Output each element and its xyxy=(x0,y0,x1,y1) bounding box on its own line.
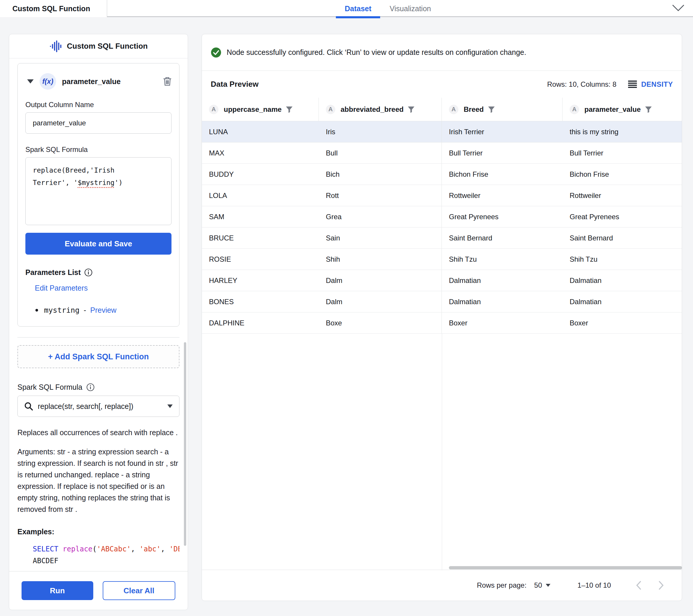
parameter-list-item: mystring - Preview xyxy=(35,306,172,314)
formula-label: Spark SQL Formula xyxy=(25,145,172,154)
table-row[interactable]: LOLARottRottweilerRottweiler xyxy=(202,185,682,206)
function-search-value: replace(str, search[, replace]) xyxy=(38,402,163,411)
table-row[interactable]: SAMGreaGreat PyreneesGreat Pyrenees xyxy=(202,206,682,227)
status-message-row: Node successfully configured. Click ‘Run… xyxy=(202,34,682,70)
table-row[interactable]: MAXBullBull TerrierBull Terrier xyxy=(202,143,682,164)
vertical-scrollbar[interactable] xyxy=(184,342,186,546)
table-cell: Shih xyxy=(319,249,442,270)
table-cell: Shih Tzu xyxy=(562,249,682,270)
column-type-badge: A xyxy=(449,105,458,114)
spark-sql-formula-help-label: Spark SQL Formula xyxy=(17,383,82,391)
results-panel: Node successfully configured. Click ‘Run… xyxy=(202,34,682,601)
trash-icon[interactable] xyxy=(163,77,172,86)
filter-icon[interactable] xyxy=(645,106,652,113)
dropdown-caret-icon xyxy=(546,584,551,587)
function-name: parameter_value xyxy=(62,77,163,86)
filter-icon[interactable] xyxy=(488,106,495,113)
add-spark-sql-function-button[interactable]: + Add Spark SQL Function xyxy=(17,345,179,368)
code-string: 'DEF' xyxy=(169,545,179,553)
column-type-badge: A xyxy=(326,105,335,114)
previous-page-icon[interactable] xyxy=(636,581,642,590)
run-button[interactable]: Run xyxy=(22,581,93,600)
table-cell: Grea xyxy=(319,206,442,227)
rows-per-page-value: 50 xyxy=(534,581,542,590)
example-result: ABCDEF xyxy=(33,555,179,567)
table-column-header[interactable]: A Breed xyxy=(442,98,562,121)
table-cell: DALPHINE xyxy=(202,312,319,333)
table-row[interactable]: DALPHINEBoxeBoxerBoxer xyxy=(202,312,682,334)
table-row[interactable]: BONESDalmDalmatianDalmatian xyxy=(202,291,682,312)
table-row[interactable]: BUDDYBichBichon FriseBichon Frise xyxy=(202,164,682,185)
table-cell: Saint Bernard xyxy=(562,227,682,248)
edit-parameters-link[interactable]: Edit Parameters xyxy=(35,284,172,292)
info-icon[interactable] xyxy=(86,383,95,391)
table-cell: LUNA xyxy=(202,121,319,142)
evaluate-save-button[interactable]: Evaluate and Save xyxy=(25,233,172,254)
waveform-icon xyxy=(49,40,63,53)
table-row[interactable]: LUNAIrisIrish Terrierthis is my string xyxy=(202,121,682,143)
table-column-header[interactable]: A abbreviated_breed xyxy=(319,98,442,121)
code-string: 'ABCabc' xyxy=(97,545,131,553)
clear-all-button[interactable]: Clear All xyxy=(103,581,176,600)
data-preview-title: Data Preview xyxy=(211,80,547,89)
table-cell: SAM xyxy=(202,206,319,227)
next-page-icon[interactable] xyxy=(658,581,664,590)
dropdown-caret-icon xyxy=(167,405,173,408)
table-column-header[interactable]: A parameter_value xyxy=(562,98,682,121)
filter-icon[interactable] xyxy=(286,106,293,113)
function-description: Replaces all occurrences of search with … xyxy=(17,427,179,438)
function-card: f(x) parameter_value Output Column Name … xyxy=(17,63,179,327)
table-cell: Dalmatian xyxy=(442,291,562,312)
output-column-label: Output Column Name xyxy=(25,101,172,109)
table-cell: Boxe xyxy=(319,312,442,333)
code-function: replace xyxy=(58,545,93,553)
code-string: 'abc' xyxy=(139,545,161,553)
table-cell: Bichon Frise xyxy=(562,164,682,185)
table-cell: Great Pyrenees xyxy=(442,206,562,227)
chevron-down-icon[interactable] xyxy=(672,4,685,12)
collapse-caret-icon[interactable] xyxy=(27,79,34,83)
table-column-header[interactable]: A uppercase_name xyxy=(202,98,319,121)
success-check-icon xyxy=(211,47,221,58)
config-panel: Custom SQL Function f(x) parameter_value xyxy=(9,34,188,610)
rows-per-page-label: Rows per page: xyxy=(477,581,527,590)
column-name: Breed xyxy=(464,105,484,114)
rows-per-page-select[interactable]: 50 xyxy=(534,581,551,590)
formula-textarea[interactable]: replace(Breed,'Irish Terrier', '$mystrin… xyxy=(25,157,172,225)
search-icon xyxy=(24,402,33,411)
table-row[interactable]: HARLEYDalmDalmatianDalmatian xyxy=(202,270,682,291)
table-cell: Rott xyxy=(319,185,442,206)
table-row[interactable]: BRUCESainSaint BernardSaint Bernard xyxy=(202,227,682,249)
parameters-list-label: Parameters List xyxy=(25,268,81,277)
table-cell: Dalm xyxy=(319,270,442,291)
table-cell: Bich xyxy=(319,164,442,185)
filter-icon[interactable] xyxy=(408,106,415,113)
window-title: Custom SQL Function xyxy=(0,0,107,17)
horizontal-scrollbar[interactable] xyxy=(449,566,682,569)
function-card-header[interactable]: f(x) parameter_value xyxy=(25,71,172,92)
tab-dataset[interactable]: Dataset xyxy=(345,0,371,17)
table-cell: Iris xyxy=(319,121,442,142)
output-column-input[interactable]: parameter_value xyxy=(25,112,172,134)
divider xyxy=(17,337,179,337)
code-keyword: SELECT xyxy=(33,545,58,553)
table-cell: Rottweiler xyxy=(442,185,562,206)
table-cell: Dalmatian xyxy=(562,291,682,312)
table-row[interactable]: ROSIEShihShih TzuShih Tzu xyxy=(202,249,682,270)
examples-label: Examples: xyxy=(17,528,179,536)
column-name: uppercase_name xyxy=(224,105,281,114)
column-type-badge: A xyxy=(209,105,218,114)
table-body: LUNAIrisIrish Terrierthis is my stringMA… xyxy=(202,121,682,334)
table-cell: Bull xyxy=(319,143,442,163)
density-button[interactable]: DENSITY xyxy=(641,80,673,88)
parameter-name: mystring xyxy=(44,306,79,314)
table-cell: ROSIE xyxy=(202,249,319,270)
parameter-preview-link[interactable]: Preview xyxy=(90,306,117,314)
function-search-select[interactable]: replace(str, search[, replace]) xyxy=(17,396,179,417)
table-cell: LOLA xyxy=(202,185,319,206)
tab-visualization[interactable]: Visualization xyxy=(390,0,431,17)
info-icon[interactable] xyxy=(84,268,92,276)
density-icon[interactable] xyxy=(628,81,637,88)
formula-parameter: $mystring xyxy=(78,179,115,186)
code-comma: , xyxy=(161,545,170,553)
